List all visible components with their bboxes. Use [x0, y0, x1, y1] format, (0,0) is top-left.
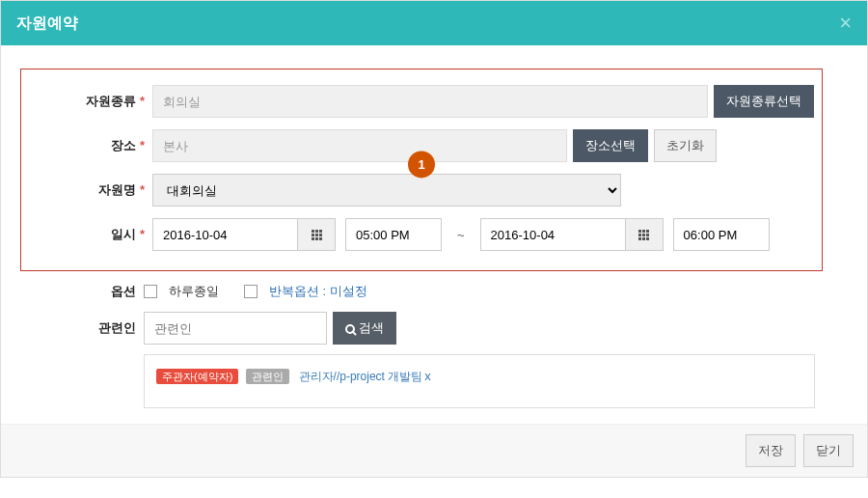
modal-footer: 저장 닫기: [1, 424, 867, 477]
row-option: 옵션 하루종일 반복옵션 : 미설정: [28, 283, 815, 300]
label-resource-name: 자원명*: [29, 181, 152, 199]
resource-name-select[interactable]: 대회의실: [152, 174, 621, 207]
repeat-checkbox[interactable]: [244, 285, 258, 298]
related-list-box: 주관자(예약자) 관련인 관리자//p-project 개발팀x: [144, 354, 815, 408]
search-icon: [345, 324, 355, 334]
calendar-grid-icon: [638, 229, 650, 240]
start-date-input[interactable]: [152, 218, 297, 251]
resource-reservation-modal: 자원예약 × 1 자원종류* 회의실 자원종류선택 장소*: [0, 0, 868, 478]
start-date-calendar-button[interactable]: [297, 218, 336, 251]
label-option: 옵션: [28, 283, 144, 300]
label-resource-type: 자원종류*: [29, 93, 152, 110]
save-button[interactable]: 저장: [746, 434, 796, 467]
resource-type-display: 회의실: [152, 85, 708, 118]
reset-location-button[interactable]: 초기화: [654, 129, 717, 162]
end-date-input[interactable]: [480, 218, 625, 251]
below-section: 옵션 하루종일 반복옵션 : 미설정 관련인 검색: [20, 271, 823, 408]
location-display: 본사: [152, 129, 567, 162]
all-day-checkbox[interactable]: [144, 285, 157, 298]
end-time-input[interactable]: [673, 218, 770, 251]
related-badge: 관련인: [246, 369, 289, 384]
close-icon[interactable]: ×: [839, 11, 852, 36]
modal-body: 1 자원종류* 회의실 자원종류선택 장소* 본사 장소선택: [1, 45, 867, 424]
label-related: 관련인: [28, 312, 144, 337]
row-resource-name: 자원명* 대회의실: [29, 174, 814, 207]
row-related: 관련인 검색 주관자(예약자) 관련인 관리자//p-project 개발팀x: [28, 312, 815, 408]
row-resource-type: 자원종류* 회의실 자원종류선택: [29, 85, 814, 118]
close-button[interactable]: 닫기: [803, 434, 854, 467]
highlight-region-1: 1 자원종류* 회의실 자원종류선택 장소* 본사 장소선택: [20, 69, 823, 271]
step-badge: 1: [408, 151, 435, 178]
datetime-separator: ~: [451, 228, 471, 242]
remove-member-button[interactable]: x: [424, 369, 431, 383]
repeat-option-link[interactable]: 반복옵션 : 미설정: [269, 283, 367, 300]
related-member-name: 관리자//p-project 개발팀: [299, 370, 423, 383]
end-date-calendar-button[interactable]: [625, 218, 664, 251]
modal-header: 자원예약 ×: [1, 1, 867, 45]
calendar-grid-icon: [311, 229, 322, 240]
label-datetime: 일시*: [29, 226, 152, 243]
host-badge: 주관자(예약자): [156, 369, 238, 384]
start-time-input[interactable]: [345, 218, 442, 251]
label-location: 장소*: [29, 137, 152, 154]
related-search-button[interactable]: 검색: [333, 312, 396, 345]
select-resource-type-button[interactable]: 자원종류선택: [714, 85, 814, 118]
all-day-label: 하루종일: [169, 283, 219, 300]
select-location-button[interactable]: 장소선택: [573, 129, 648, 162]
row-datetime: 일시* ~: [29, 218, 814, 251]
modal-title: 자원예약: [16, 14, 78, 34]
related-search-input[interactable]: [144, 312, 327, 345]
